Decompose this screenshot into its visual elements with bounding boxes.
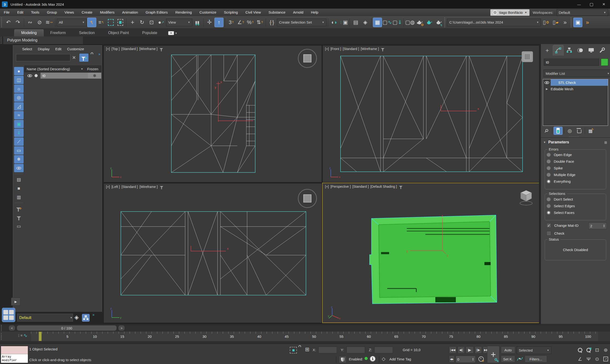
viewport-menu-standard[interactable]: [Standard ] [352, 185, 369, 188]
table-row[interactable]: t0 ❄ [25, 72, 101, 79]
explorer-menu-customize[interactable]: Customize [64, 46, 87, 53]
clear-search-icon[interactable]: ✕ [72, 55, 76, 60]
set-key-mode-button[interactable]: Set K. [501, 355, 515, 363]
select-object-button[interactable]: ↖ [87, 18, 96, 27]
new-container-icon[interactable]: ▭ [14, 222, 24, 230]
frame-step-icon[interactable]: ◀▶ [449, 355, 455, 363]
zoom-all-icon[interactable]: ▣ [585, 346, 592, 353]
menu-group[interactable]: Group [43, 9, 61, 16]
ribbon-tab-modeling[interactable]: Modeling [14, 29, 44, 37]
auto-key-button[interactable]: Auto [501, 346, 515, 353]
reference-coordinate-system-dropdown[interactable]: View▼ [166, 19, 192, 26]
display-bones-icon[interactable]: ⟋ [14, 137, 24, 146]
maxscript-mini-listener[interactable]: Array modifier [1, 346, 28, 363]
pick-list-icon[interactable]: ▥ [14, 193, 24, 201]
named-selection-set-field[interactable]: Create Selection Set▼ [277, 19, 326, 26]
y-coordinate-field[interactable] [347, 347, 365, 353]
object-name-cell[interactable]: t0 [40, 73, 88, 78]
ribbon-tab-selection[interactable]: Selection [72, 29, 102, 37]
viewcube[interactable] [298, 49, 317, 68]
unlink-selection-icon[interactable]: ⊘ [35, 18, 44, 27]
z-coordinate-field[interactable] [374, 347, 393, 353]
autosave-icon[interactable]: ▣◔ [573, 18, 582, 27]
previous-frame-slider-button[interactable]: < [9, 325, 15, 331]
viewport-menu-view[interactable]: [Left ] [112, 185, 120, 189]
pan-hand-icon[interactable]: Ψ [585, 355, 592, 363]
snaps-toggle-icon[interactable]: 3? [227, 18, 236, 27]
menu-scripting[interactable]: Scripting [220, 9, 242, 16]
viewcube[interactable] [519, 189, 533, 206]
display-hidden-icon[interactable] [14, 164, 24, 172]
window-crossing-toggle-icon[interactable] [116, 18, 125, 27]
viewport-menu-plus[interactable]: [+] [106, 47, 110, 51]
filters-button[interactable]: Filters... [525, 355, 547, 363]
tab-hierarchy-icon[interactable] [564, 45, 574, 55]
selected-key-filter-dropdown[interactable]: Selected▼ [517, 346, 551, 354]
filter-icon[interactable] [14, 213, 24, 221]
keyboard-shortcut-override-icon[interactable]: ↑ [214, 18, 223, 27]
set-keys-button[interactable]: + [487, 346, 499, 363]
render-production-icon[interactable]: ↯ [434, 18, 443, 27]
viewport-perspective-active[interactable]: [+] [Perspective ] [Standard ] [Default … [322, 183, 540, 323]
object-name-field[interactable]: t0 [544, 59, 599, 66]
menu-create[interactable]: Create [78, 9, 96, 16]
object-color-swatch[interactable] [601, 59, 608, 66]
menu-graph-editors[interactable]: Graph Editors [142, 9, 171, 16]
viewport-filter-icon[interactable] [381, 48, 384, 50]
menu-rendering[interactable]: Rendering [171, 9, 196, 16]
x-coordinate-field[interactable] [318, 347, 337, 353]
workspace-dropdown[interactable]: Default ▼ [557, 9, 608, 16]
play-icon[interactable]: ▶ [466, 346, 474, 353]
toolbar-overflow-chevron-icon[interactable]: » [560, 18, 570, 27]
viewport-menu-shading[interactable]: [Wireframe ] [361, 47, 379, 51]
time-marker[interactable] [39, 332, 42, 341]
toggle-ribbon-icon[interactable]: ▦ [373, 18, 382, 27]
redo-icon[interactable]: ↷ [13, 18, 22, 27]
bind-to-space-warp-icon[interactable]: ≋∾ [45, 18, 54, 27]
radio-dont-select[interactable]: Don't Select [547, 197, 573, 201]
explorer-menu-select[interactable]: Select [19, 46, 35, 53]
show-end-result-icon[interactable] [554, 127, 563, 135]
frozen-column-header[interactable]: Frozen [85, 67, 101, 71]
tab-create-icon[interactable]: ＋ [542, 45, 553, 55]
visibility-eye-icon[interactable] [27, 74, 32, 77]
material-editor-icon[interactable]: ▢◍ [405, 18, 415, 27]
make-unique-icon[interactable]: ◎ [566, 127, 574, 135]
current-frame-field[interactable]: 0 ▲▼ [455, 356, 476, 363]
orbit-icon[interactable]: ⊙ [593, 355, 601, 363]
next-frame-icon[interactable]: ||▶ [475, 346, 482, 353]
viewport-filter-icon[interactable] [399, 186, 402, 187]
menu-substance[interactable]: Substance [265, 9, 289, 16]
absolute-offset-mode-icon[interactable]: ⊞ [305, 346, 309, 352]
toggle-layer-explorer-icon[interactable]: ◈ [361, 18, 370, 27]
ribbon-tab-object-paint[interactable]: Object Paint [102, 29, 136, 37]
viewport-menu-shading[interactable]: [Wireframe ] [140, 185, 158, 189]
zoom-icon[interactable] [576, 346, 584, 353]
menu-tools[interactable]: Tools [27, 9, 43, 16]
select-and-scale-icon[interactable]: ⊡ [147, 18, 156, 27]
curve-editor-icon[interactable]: ▢∿ [382, 18, 392, 27]
select-and-manipulate-icon[interactable]: ▪✢ [205, 18, 214, 27]
toolbar-overflow-chevron-icon[interactable]: » [583, 18, 592, 27]
display-space-warps-icon[interactable]: ≈ [14, 111, 24, 119]
radio-select-edges[interactable]: Select Edges [547, 204, 575, 208]
menu-views[interactable]: Views [61, 9, 78, 16]
percent-snap-toggle-icon[interactable]: %? [246, 18, 255, 27]
active-layer-dropdown[interactable]: Default [17, 314, 73, 322]
select-and-move-icon[interactable]: + [128, 18, 137, 27]
track-bar-drag-handle[interactable] [1, 333, 2, 340]
menu-arnold[interactable]: Arnold [289, 9, 307, 16]
angle-snap-toggle-icon[interactable]: ∠? [236, 18, 245, 27]
next-frame-slider-button[interactable]: > [118, 325, 125, 331]
tab-display-icon[interactable] [586, 45, 597, 55]
display-lights-icon[interactable]: ☼ [14, 85, 24, 93]
radio-open-edge[interactable]: Open Edge [547, 153, 572, 157]
ribbon-tab-freeform[interactable]: Freeform [44, 29, 72, 37]
menu-help[interactable]: Help [307, 9, 322, 16]
schematic-view-icon[interactable]: ▢⇓ [392, 18, 402, 27]
remove-modifier-icon[interactable] [575, 127, 583, 135]
viewport-menu-standard[interactable]: [Standard ] [343, 47, 359, 51]
layer-explorer-icon[interactable]: ◈ [74, 314, 79, 321]
explorer-menu-display[interactable]: Display [35, 46, 52, 53]
security-message-badge[interactable]: 1 [370, 356, 376, 362]
